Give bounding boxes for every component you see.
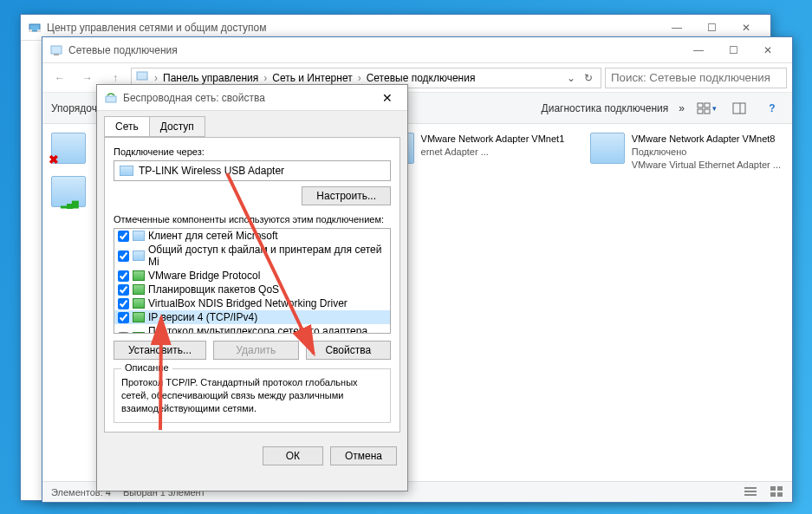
adapter-icon bbox=[590, 133, 625, 164]
svg-rect-2 bbox=[37, 29, 41, 32]
svg-rect-15 bbox=[770, 486, 776, 491]
tab-strip: Сеть Доступ bbox=[97, 111, 407, 137]
device-field: TP-LINK Wireless USB Adapter bbox=[114, 160, 391, 181]
breadcrumb-item[interactable]: Сеть и Интернет bbox=[269, 72, 355, 84]
adapter-status: Подключено bbox=[632, 146, 781, 159]
window-title: Сетевые подключения bbox=[68, 44, 681, 56]
svg-rect-4 bbox=[54, 54, 59, 55]
component-item[interactable]: VMware Bridge Protocol bbox=[114, 269, 390, 283]
svg-rect-14 bbox=[744, 494, 757, 496]
component-item[interactable]: Протокол мультиплексора сетевого адаптер… bbox=[114, 324, 390, 334]
refresh-button[interactable]: ↻ bbox=[580, 72, 597, 84]
more-commands[interactable]: » bbox=[679, 102, 685, 114]
back-button[interactable]: ← bbox=[48, 66, 72, 90]
component-item[interactable]: VirtualBox NDIS Bridged Networking Drive… bbox=[114, 296, 390, 310]
view-mode-button[interactable]: ▾ bbox=[695, 98, 718, 119]
svg-rect-5 bbox=[137, 72, 147, 80]
install-button[interactable]: Установить... bbox=[114, 341, 206, 360]
breadcrumb-dropdown-button[interactable]: ⌄ bbox=[562, 72, 580, 84]
adapter-desc: ernet Adapter ... bbox=[421, 146, 565, 159]
description-text: Протокол TCP/IP. Стандартный протокол гл… bbox=[121, 376, 383, 415]
adapter-desc: VMware Virtual Ethernet Adapter ... bbox=[632, 159, 781, 172]
protocol-icon bbox=[133, 332, 145, 334]
svg-rect-10 bbox=[733, 103, 745, 114]
component-checkbox[interactable] bbox=[118, 231, 129, 242]
tab-panel: Подключение через: TP-LINK Wireless USB … bbox=[104, 137, 400, 433]
cancel-button[interactable]: Отмена bbox=[330, 446, 397, 465]
component-label: VirtualBox NDIS Bridged Networking Drive… bbox=[148, 297, 348, 309]
description-group: Описание Протокол TCP/IP. Стандартный пр… bbox=[114, 368, 391, 423]
tab-network[interactable]: Сеть bbox=[104, 116, 150, 137]
dialog-title: Беспроводная сеть: свойства bbox=[123, 92, 374, 104]
component-checkbox[interactable] bbox=[118, 250, 129, 262]
component-label: Клиент для сетей Microsoft bbox=[148, 230, 278, 242]
maximize-button[interactable]: ☐ bbox=[716, 38, 750, 62]
svg-rect-12 bbox=[744, 487, 757, 489]
component-item[interactable]: Клиент для сетей Microsoft bbox=[114, 229, 390, 243]
protocol-icon bbox=[133, 231, 145, 241]
minimize-button[interactable]: — bbox=[681, 38, 716, 62]
component-checkbox[interactable] bbox=[118, 312, 129, 323]
component-checkbox[interactable] bbox=[118, 284, 129, 296]
svg-rect-6 bbox=[698, 103, 703, 107]
close-button[interactable]: ✕ bbox=[750, 38, 785, 62]
component-label: Протокол мультиплексора сетевого адаптер… bbox=[148, 325, 387, 334]
protocol-icon bbox=[133, 270, 145, 281]
components-list[interactable]: Клиент для сетей MicrosoftОбщий доступ к… bbox=[114, 228, 391, 334]
protocol-icon bbox=[133, 250, 145, 261]
app-icon bbox=[28, 21, 42, 35]
description-title: Описание bbox=[121, 362, 172, 373]
help-button[interactable]: ? bbox=[761, 98, 783, 119]
network-card-icon bbox=[120, 166, 133, 176]
app-icon bbox=[104, 91, 118, 105]
titlebar[interactable]: Беспроводная сеть: свойства ✕ bbox=[97, 85, 407, 111]
titlebar[interactable]: Сетевые подключения — ☐ ✕ bbox=[42, 37, 792, 63]
breadcrumb-item[interactable]: Панель управления bbox=[159, 72, 262, 84]
diagnose-command[interactable]: Диагностика подключения bbox=[542, 102, 669, 114]
dialog-buttons: ОК Отмена bbox=[97, 439, 407, 472]
search-input[interactable] bbox=[605, 68, 787, 88]
window-title: Центр управления сетями и общим доступом bbox=[47, 22, 659, 34]
components-label: Отмеченные компоненты используются этим … bbox=[114, 214, 391, 224]
adapter-icon bbox=[51, 176, 86, 207]
configure-button[interactable]: Настроить... bbox=[302, 186, 391, 205]
protocol-icon bbox=[133, 298, 145, 309]
component-checkbox[interactable] bbox=[118, 332, 129, 335]
ok-button[interactable]: ОК bbox=[263, 446, 323, 465]
remove-button[interactable]: Удалить bbox=[213, 341, 299, 360]
protocol-icon bbox=[133, 284, 145, 295]
breadcrumb-item[interactable]: Сетевые подключения bbox=[363, 72, 479, 84]
svg-rect-3 bbox=[51, 46, 62, 54]
component-label: Общий доступ к файлам и принтерам для се… bbox=[148, 244, 387, 268]
properties-button[interactable]: Свойства bbox=[306, 341, 392, 360]
app-icon bbox=[49, 43, 63, 57]
svg-rect-18 bbox=[777, 492, 783, 497]
component-checkbox[interactable] bbox=[118, 298, 129, 309]
icons-view-button[interactable] bbox=[770, 485, 783, 499]
component-label: VMware Bridge Protocol bbox=[148, 270, 260, 282]
component-label: Планировщик пакетов QoS bbox=[148, 283, 279, 296]
connect-via-label: Подключение через: bbox=[114, 146, 391, 157]
adapter-item[interactable]: VMware Network Adapter VMnet1 ernet Adap… bbox=[380, 133, 573, 172]
svg-rect-8 bbox=[698, 109, 703, 114]
protocol-icon bbox=[133, 312, 145, 322]
svg-rect-7 bbox=[705, 103, 710, 107]
svg-rect-19 bbox=[106, 96, 116, 102]
preview-pane-button[interactable] bbox=[728, 98, 750, 119]
svg-rect-17 bbox=[770, 492, 776, 497]
adapter-item[interactable]: VMware Network Adapter VMnet8 Подключено… bbox=[590, 133, 783, 172]
adapter-icon bbox=[51, 133, 86, 164]
svg-rect-1 bbox=[29, 29, 32, 32]
component-item[interactable]: Планировщик пакетов QoS bbox=[114, 283, 390, 296]
close-button[interactable]: ✕ bbox=[374, 88, 400, 108]
component-item[interactable]: Общий доступ к файлам и принтерам для се… bbox=[114, 243, 390, 269]
adapter-name: VMware Network Adapter VMnet8 bbox=[632, 133, 781, 146]
chevron-right-icon: › bbox=[153, 72, 159, 84]
chevron-right-icon: › bbox=[356, 72, 363, 84]
chevron-right-icon: › bbox=[262, 72, 269, 84]
svg-rect-13 bbox=[744, 491, 757, 492]
component-checkbox[interactable] bbox=[118, 270, 129, 282]
component-item[interactable]: IP версии 4 (TCP/IPv4) bbox=[114, 310, 390, 324]
details-view-button[interactable] bbox=[744, 485, 757, 499]
tab-access[interactable]: Доступ bbox=[149, 116, 205, 137]
